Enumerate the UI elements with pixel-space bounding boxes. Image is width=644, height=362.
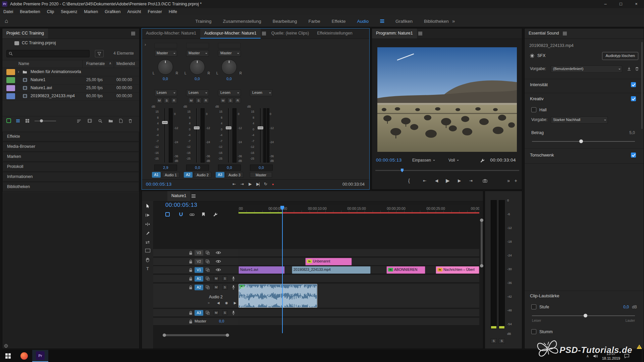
label-color-chip[interactable]: [6, 85, 15, 91]
selection-tool-icon[interactable]: [146, 204, 149, 208]
track-name[interactable]: Audio 2: [194, 172, 211, 178]
timeline-horizontal-scrollbar[interactable]: [143, 333, 479, 337]
solo-button[interactable]: S: [196, 98, 202, 103]
save-preset-icon[interactable]: [628, 67, 631, 70]
lock-icon[interactable]: [190, 320, 192, 324]
icon-view-icon[interactable]: [25, 119, 29, 123]
sync-lock-icon[interactable]: [206, 277, 209, 280]
minimize-button[interactable]: –: [598, 0, 613, 8]
lane-v2[interactable]: [238, 258, 479, 265]
menu-item[interactable]: Bearbeiten: [16, 8, 43, 15]
clip-unbenannt[interactable]: fxUnbenannt: [305, 258, 352, 265]
level-value[interactable]: 0,0: [186, 165, 209, 171]
menu-item[interactable]: Marken: [81, 8, 102, 15]
level-value[interactable]: 0,0: [218, 165, 241, 171]
pan-section-header[interactable]: Tonschwenk: [525, 151, 644, 160]
track-header-a1[interactable]: A1 M S: [153, 275, 238, 283]
voiceover-mic-icon[interactable]: [232, 277, 235, 281]
zoom-handle-top[interactable]: [480, 219, 483, 222]
audio-clip-waveform[interactable]: fx: [238, 284, 317, 308]
volume-fader-handle[interactable]: [162, 121, 168, 124]
solo-button[interactable]: S: [164, 98, 170, 103]
linked-selection-icon[interactable]: [190, 214, 194, 216]
track-badge[interactable]: A3: [216, 172, 224, 178]
menu-item[interactable]: Fenster: [145, 8, 165, 15]
mute-checkbox[interactable]: [531, 329, 536, 334]
voiceover-mic-icon[interactable]: [232, 311, 235, 315]
track-output-eye-icon[interactable]: [216, 252, 221, 254]
show-effects-chevron[interactable]: ›: [145, 42, 146, 47]
lock-icon[interactable]: [190, 286, 192, 290]
home-icon[interactable]: ⌂: [5, 15, 8, 27]
taskbar-clock[interactable]: 13:07 18.11.2019: [602, 351, 620, 361]
record-arm-button[interactable]: R: [171, 98, 177, 103]
mixer-timecode[interactable]: 00:00:05:13: [146, 182, 172, 187]
input-assign-dropdown[interactable]: [218, 43, 241, 48]
workspace-tab-grafiken[interactable]: Grafiken: [395, 19, 413, 24]
zoom-slider[interactable]: [35, 121, 56, 121]
record-arm-button[interactable]: R: [203, 98, 209, 103]
menu-item[interactable]: Hilfe: [165, 8, 180, 15]
track-header-v3[interactable]: V3: [153, 249, 238, 257]
sync-lock-icon[interactable]: [206, 260, 209, 263]
ripple-edit-tool-icon[interactable]: [146, 223, 150, 226]
track-name[interactable]: Audio 2: [209, 295, 223, 299]
collapsed-panel-tab[interactable]: Protokoll: [2, 162, 139, 172]
sync-lock-icon[interactable]: [206, 311, 209, 314]
pan-value[interactable]: 0,0: [182, 77, 213, 81]
expand-chevron-icon[interactable]: ›: [18, 69, 19, 74]
clip-abonnieren[interactable]: fxABONNIEREN: [386, 266, 425, 274]
rectangle-tool-icon[interactable]: [145, 249, 150, 252]
collapsed-panel-tab[interactable]: Bibliotheken: [2, 182, 139, 192]
hand-tool-icon[interactable]: [146, 258, 149, 262]
pan-value[interactable]: 0,0: [150, 77, 181, 81]
workspace-tab-farbe[interactable]: Farbe: [308, 19, 320, 24]
slider-handle[interactable]: [584, 314, 587, 317]
track-badge[interactable]: A2: [184, 172, 193, 178]
playback-resolution-dropdown[interactable]: Voll: [448, 158, 459, 163]
zoom-level-dropdown[interactable]: Einpassen: [412, 158, 435, 163]
razor-tool-icon[interactable]: [146, 232, 150, 235]
go-to-out-icon[interactable]: ⇥: [469, 178, 473, 183]
sync-lock-icon[interactable]: [206, 286, 209, 289]
automate-to-sequence-icon[interactable]: [88, 119, 92, 123]
step-forward-icon[interactable]: ▶: [458, 178, 461, 183]
tray-expand-icon[interactable]: ∧: [586, 354, 589, 358]
delete-icon[interactable]: [129, 119, 132, 123]
workspace-tab-bearbeitung[interactable]: Bearbeitung: [273, 19, 297, 24]
add-marker-icon[interactable]: [202, 213, 205, 216]
browser-taskbar-button[interactable]: [16, 350, 32, 362]
timeline-timecode[interactable]: 00:00:05:13: [165, 202, 197, 208]
clip-nature1-avi[interactable]: Nature1.avi: [238, 266, 285, 274]
essential-sound-tab[interactable]: Essential Sound: [525, 28, 563, 39]
automation-mode-dropdown[interactable]: Lesen: [250, 89, 273, 96]
meter-solo-left[interactable]: S: [491, 339, 497, 344]
play-icon[interactable]: ▶: [249, 182, 252, 186]
track-header-v1[interactable]: V1: [153, 266, 238, 274]
input-assign-dropdown[interactable]: [186, 43, 209, 48]
lane-v3[interactable]: [238, 249, 479, 257]
clear-audio-type-button[interactable]: Audiotyp löschen: [602, 52, 638, 60]
action-center-icon[interactable]: [625, 354, 629, 358]
slip-tool-icon[interactable]: [146, 241, 150, 244]
lane-a3[interactable]: [238, 309, 479, 317]
tab-source-monitor[interactable]: Quelle: (keine Clips): [267, 28, 313, 39]
workspace-tab-audio[interactable]: Audio: [357, 19, 369, 24]
table-row[interactable]: › Medien für Animationsvorla: [2, 68, 139, 76]
add-button-icon[interactable]: +: [515, 178, 517, 183]
level-slider[interactable]: [532, 314, 635, 317]
track-badge[interactable]: A1: [152, 172, 161, 178]
output-assign-dropdown[interactable]: Master: [154, 50, 177, 57]
panel-menu-icon[interactable]: [262, 32, 266, 35]
voiceover-mic-icon[interactable]: [232, 285, 235, 289]
track-target-badge[interactable]: V2: [195, 259, 203, 264]
go-to-in-icon[interactable]: ⇤: [232, 182, 236, 186]
track-header-v2[interactable]: V2: [153, 258, 238, 265]
show-desktop-button[interactable]: [642, 350, 644, 362]
list-view-icon[interactable]: [16, 119, 20, 122]
workspace-tab-training[interactable]: Training: [195, 19, 211, 24]
scrub-playhead[interactable]: [401, 169, 404, 172]
tab-audiospur-mixer[interactable]: Audiospur-Mischer: Nature1: [200, 28, 261, 39]
menu-item[interactable]: Datei: [0, 8, 16, 15]
reverb-checkbox[interactable]: [531, 107, 536, 112]
